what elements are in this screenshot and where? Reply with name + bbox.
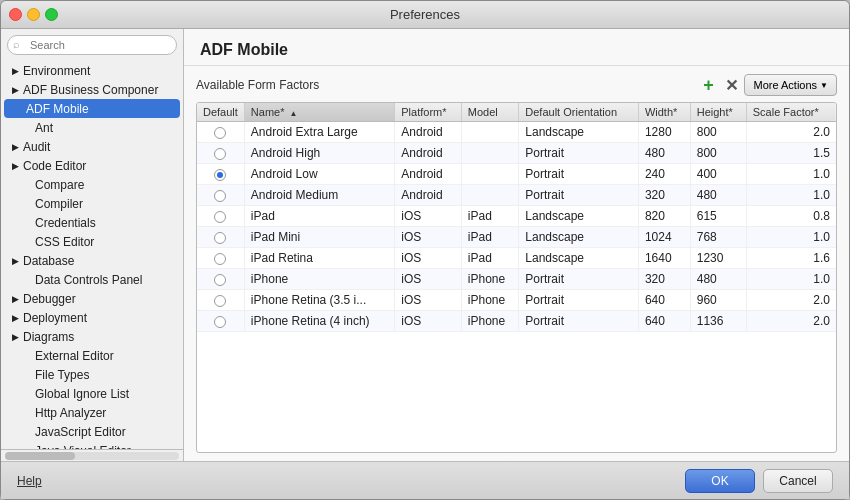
search-input[interactable] <box>7 35 177 55</box>
orientation-cell: Landscape <box>519 227 639 248</box>
sidebar-item-label: Database <box>23 254 74 268</box>
col-scale[interactable]: Scale Factor* <box>746 103 836 122</box>
col-name[interactable]: Name* ▲ <box>244 103 394 122</box>
sidebar-item-label: Deployment <box>23 311 87 325</box>
col-default[interactable]: Default <box>197 103 244 122</box>
col-name-label: Name* <box>251 106 285 118</box>
sidebar-item-database[interactable]: ▶ Database <box>1 251 183 270</box>
footer-right: OK Cancel <box>685 469 833 493</box>
orientation-cell: Portrait <box>519 185 639 206</box>
expand-icon <box>21 122 33 134</box>
radio-button[interactable] <box>214 295 226 307</box>
name-cell: iPad <box>244 206 394 227</box>
sidebar-item-external-editor[interactable]: External Editor <box>1 346 183 365</box>
table-row[interactable]: iPad Mini iOS iPad Landscape 1024 768 1.… <box>197 227 836 248</box>
sidebar-item-compiler[interactable]: Compiler <box>1 194 183 213</box>
expand-icon <box>21 236 33 248</box>
col-model[interactable]: Model <box>461 103 519 122</box>
name-cell: Android High <box>244 143 394 164</box>
sidebar-item-compare[interactable]: Compare <box>1 175 183 194</box>
more-actions-button[interactable]: More Actions ▼ <box>744 74 837 96</box>
scroll-thumb[interactable] <box>5 452 75 460</box>
table-row[interactable]: Android Low Android Portrait 240 400 1.0 <box>197 164 836 185</box>
sidebar-item-ant[interactable]: Ant <box>1 118 183 137</box>
sidebar-item-diagrams[interactable]: ▶ Diagrams <box>1 327 183 346</box>
sidebar: ⌕ ▶ Environment ▶ ADF Business Componer … <box>1 29 184 461</box>
table-header: Default Name* ▲ Platform* Model Default … <box>197 103 836 122</box>
radio-button[interactable] <box>214 316 226 328</box>
radio-button[interactable] <box>214 274 226 286</box>
table-row[interactable]: iPad Retina iOS iPad Landscape 1640 1230… <box>197 248 836 269</box>
default-radio-cell[interactable] <box>197 122 244 143</box>
col-height[interactable]: Height* <box>690 103 746 122</box>
default-radio-cell[interactable] <box>197 290 244 311</box>
help-button[interactable]: Help <box>17 474 42 488</box>
sidebar-item-global-ignore[interactable]: Global Ignore List <box>1 384 183 403</box>
table-row[interactable]: Android Medium Android Portrait 320 480 … <box>197 185 836 206</box>
sidebar-item-environment[interactable]: ▶ Environment <box>1 61 183 80</box>
sidebar-item-deployment[interactable]: ▶ Deployment <box>1 308 183 327</box>
radio-button[interactable] <box>214 127 226 139</box>
sidebar-item-file-types[interactable]: File Types <box>1 365 183 384</box>
name-cell: iPhone Retina (3.5 i... <box>244 290 394 311</box>
name-cell: iPad Mini <box>244 227 394 248</box>
default-radio-cell[interactable] <box>197 227 244 248</box>
sidebar-item-css-editor[interactable]: CSS Editor <box>1 232 183 251</box>
sidebar-horizontal-scrollbar[interactable] <box>1 449 183 461</box>
sidebar-item-http-analyzer[interactable]: Http Analyzer <box>1 403 183 422</box>
radio-button[interactable] <box>214 190 226 202</box>
table-row[interactable]: Android High Android Portrait 480 800 1.… <box>197 143 836 164</box>
sidebar-item-credentials[interactable]: Credentials <box>1 213 183 232</box>
table-row[interactable]: iPhone iOS iPhone Portrait 320 480 1.0 <box>197 269 836 290</box>
expand-icon: ▶ <box>9 141 21 153</box>
ok-button[interactable]: OK <box>685 469 755 493</box>
sidebar-item-audit[interactable]: ▶ Audit <box>1 137 183 156</box>
orientation-cell: Portrait <box>519 164 639 185</box>
name-cell: iPad Retina <box>244 248 394 269</box>
col-platform[interactable]: Platform* <box>395 103 462 122</box>
sidebar-item-code-editor[interactable]: ▶ Code Editor <box>1 156 183 175</box>
form-factors-table-container[interactable]: Default Name* ▲ Platform* Model Default … <box>196 102 837 453</box>
radio-button[interactable] <box>214 169 226 181</box>
remove-button[interactable]: ✕ <box>721 75 741 95</box>
add-button[interactable]: + <box>698 75 718 95</box>
col-orientation[interactable]: Default Orientation <box>519 103 639 122</box>
platform-cell: iOS <box>395 206 462 227</box>
sidebar-item-adf-mobile[interactable]: ADF Mobile <box>4 99 180 118</box>
sidebar-item-adf-business[interactable]: ▶ ADF Business Componer <box>1 80 183 99</box>
maximize-button[interactable] <box>45 8 58 21</box>
expand-icon <box>21 274 33 286</box>
sidebar-item-data-controls[interactable]: Data Controls Panel <box>1 270 183 289</box>
sidebar-item-debugger[interactable]: ▶ Debugger <box>1 289 183 308</box>
table-row[interactable]: iPad iOS iPad Landscape 820 615 0.8 <box>197 206 836 227</box>
minimize-button[interactable] <box>27 8 40 21</box>
table-row[interactable]: iPhone Retina (3.5 i... iOS iPhone Portr… <box>197 290 836 311</box>
radio-button[interactable] <box>214 253 226 265</box>
width-cell: 640 <box>638 311 690 332</box>
radio-button[interactable] <box>214 211 226 223</box>
table-row[interactable]: iPhone Retina (4 inch) iOS iPhone Portra… <box>197 311 836 332</box>
default-radio-cell[interactable] <box>197 248 244 269</box>
default-radio-cell[interactable] <box>197 206 244 227</box>
default-radio-cell[interactable] <box>197 164 244 185</box>
table-row[interactable]: Android Extra Large Android Landscape 12… <box>197 122 836 143</box>
cancel-button[interactable]: Cancel <box>763 469 833 493</box>
sidebar-item-javascript-editor[interactable]: JavaScript Editor <box>1 422 183 441</box>
default-radio-cell[interactable] <box>197 269 244 290</box>
default-radio-cell[interactable] <box>197 311 244 332</box>
sidebar-item-java-visual[interactable]: Java Visual Editor <box>1 441 183 449</box>
section-toolbar: Available Form Factors + ✕ More Actions … <box>196 74 837 96</box>
scale-cell: 2.0 <box>746 311 836 332</box>
more-actions-label: More Actions <box>753 79 817 91</box>
sidebar-item-label: External Editor <box>35 349 114 363</box>
default-radio-cell[interactable] <box>197 143 244 164</box>
radio-button[interactable] <box>214 232 226 244</box>
default-radio-cell[interactable] <box>197 185 244 206</box>
col-width[interactable]: Width* <box>638 103 690 122</box>
close-button[interactable] <box>9 8 22 21</box>
main-title: ADF Mobile <box>184 29 849 66</box>
platform-cell: iOS <box>395 248 462 269</box>
name-cell: iPhone Retina (4 inch) <box>244 311 394 332</box>
model-cell: iPad <box>461 206 519 227</box>
radio-button[interactable] <box>214 148 226 160</box>
